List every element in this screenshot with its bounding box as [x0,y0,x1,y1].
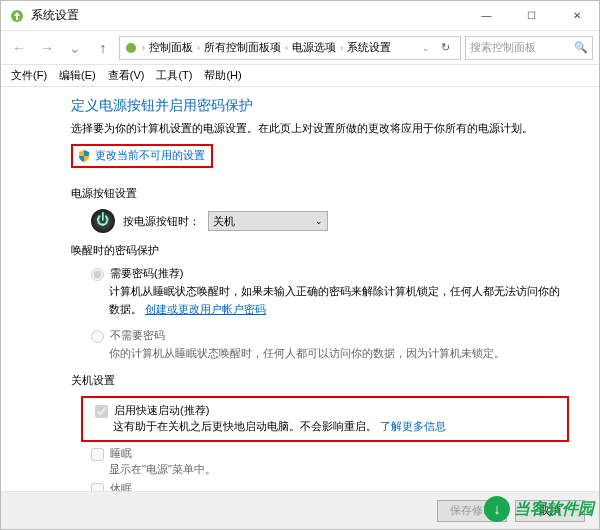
footer: 保存修改 取消 [1,491,599,529]
checkbox-label: 启用快速启动(推荐) [114,403,209,418]
cancel-button[interactable]: 取消 [515,500,585,522]
menu-file[interactable]: 文件(F) [5,66,53,85]
window: 系统设置 — ☐ ✕ ← → ⌄ ↑ › 控制面板 › 所有控制面板项 › 电源… [0,0,600,530]
shield-icon [77,149,91,163]
crumb-system-settings[interactable]: 系统设置 [347,40,391,55]
close-button[interactable]: ✕ [554,1,599,30]
refresh-button[interactable]: ↻ [434,41,456,54]
svg-point-1 [126,43,136,53]
chevron-right-icon: › [285,43,288,53]
breadcrumb[interactable]: › 控制面板 › 所有控制面板项 › 电源选项 › 系统设置 ⌄ ↻ [119,36,461,60]
up-button[interactable]: ↑ [91,36,115,60]
chevron-right-icon: › [197,43,200,53]
radio-no-password[interactable]: 不需要密码 [91,328,569,343]
chevron-down-icon[interactable]: ⌄ [422,43,430,53]
change-unavailable-link[interactable]: 更改当前不可用的设置 [95,148,205,163]
radio-label: 不需要密码 [110,328,165,343]
create-password-link[interactable]: 创建或更改用户帐户密码 [145,303,266,315]
save-button[interactable]: 保存修改 [437,500,507,522]
radio-require-desc: 计算机从睡眠状态唤醒时，如果未输入正确的密码来解除计算机锁定，任何人都无法访问你… [109,283,569,318]
menu-edit[interactable]: 编辑(E) [53,66,102,85]
page-heading: 定义电源按钮并启用密码保护 [71,97,569,115]
checkbox-fast-startup[interactable]: 启用快速启动(推荐) [95,403,563,418]
crumb-all-items[interactable]: 所有控制面板项 [204,40,281,55]
search-icon: 🔍 [574,41,588,54]
radio-label: 需要密码(推荐) [110,266,183,281]
checkbox-label: 睡眠 [110,446,132,461]
checkbox-input[interactable] [91,448,104,461]
highlight-box-2: 启用快速启动(推荐) 这有助于在关机之后更快地启动电脑。不会影响重启。 了解更多… [81,396,569,442]
highlight-box-1: 更改当前不可用的设置 [71,144,213,168]
section-shutdown-heading: 关机设置 [71,373,569,388]
checkbox-label: 休眠 [110,481,132,491]
chevron-right-icon: › [142,43,145,53]
checkbox-input[interactable] [91,483,104,491]
radio-require-password[interactable]: 需要密码(推荐) [91,266,569,281]
content-pane: 定义电源按钮并启用密码保护 选择要为你的计算机设置的电源设置。在此页上对设置所做… [1,87,599,491]
minimize-button[interactable]: — [464,1,509,30]
app-icon [9,8,25,24]
page-description: 选择要为你的计算机设置的电源设置。在此页上对设置所做的更改将应用于你所有的电源计… [71,121,569,136]
maximize-button[interactable]: ☐ [509,1,554,30]
power-icon [91,209,115,233]
window-title: 系统设置 [31,7,464,24]
checkbox-sleep[interactable]: 睡眠 [91,446,569,461]
forward-button[interactable]: → [35,36,59,60]
radio-input[interactable] [91,330,104,343]
radio-no-password-desc: 你的计算机从睡眠状态唤醒时，任何人都可以访问你的数据，因为计算机未锁定。 [109,345,569,363]
radio-input[interactable] [91,268,104,281]
titlebar: 系统设置 — ☐ ✕ [1,1,599,31]
search-input[interactable]: 搜索控制面板 🔍 [465,36,593,60]
power-button-dropdown[interactable]: 关机 ⌄ [208,211,328,231]
dropdown-value: 关机 [213,214,235,229]
address-bar: ← → ⌄ ↑ › 控制面板 › 所有控制面板项 › 电源选项 › 系统设置 ⌄… [1,31,599,65]
menu-view[interactable]: 查看(V) [102,66,151,85]
learn-more-link[interactable]: 了解更多信息 [380,420,446,432]
crumb-power-options[interactable]: 电源选项 [292,40,336,55]
checkbox-input[interactable] [95,405,108,418]
history-dropdown[interactable]: ⌄ [63,36,87,60]
fast-startup-desc: 这有助于在关机之后更快地启动电脑。不会影响重启。 了解更多信息 [113,419,563,434]
chevron-down-icon: ⌄ [315,216,323,226]
chevron-right-icon: › [340,43,343,53]
breadcrumb-icon [124,41,138,55]
search-placeholder: 搜索控制面板 [470,40,536,55]
power-button-label: 按电源按钮时： [123,214,200,229]
back-button[interactable]: ← [7,36,31,60]
sleep-desc: 显示在"电源"菜单中。 [109,462,569,477]
checkbox-hibernate[interactable]: 休眠 [91,481,569,491]
menu-tools[interactable]: 工具(T) [150,66,198,85]
crumb-control-panel[interactable]: 控制面板 [149,40,193,55]
menubar: 文件(F) 编辑(E) 查看(V) 工具(T) 帮助(H) [1,65,599,87]
section-wake-heading: 唤醒时的密码保护 [71,243,569,258]
menu-help[interactable]: 帮助(H) [198,66,247,85]
section-buttons-heading: 电源按钮设置 [71,186,569,201]
